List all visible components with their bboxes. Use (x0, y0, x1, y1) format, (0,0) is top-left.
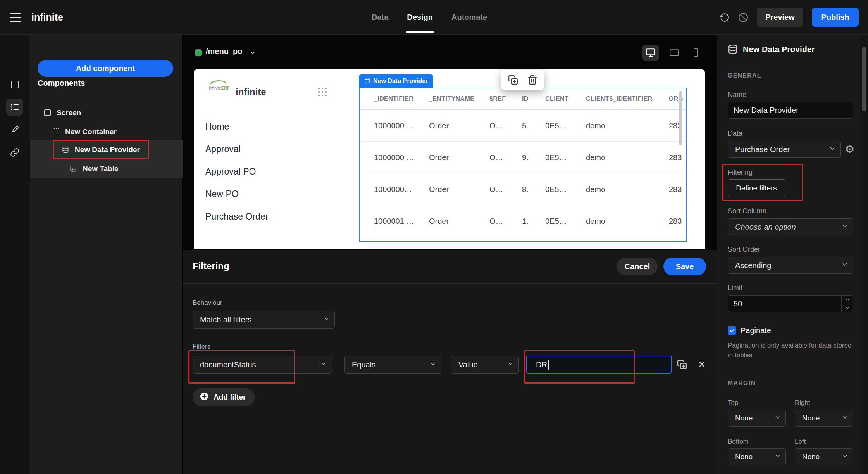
chevron-down-icon (841, 261, 848, 270)
margin-top-select[interactable]: None (728, 410, 786, 427)
chevron-down-icon[interactable] (249, 49, 256, 58)
undo-icon[interactable] (720, 12, 730, 22)
margin-left-select[interactable]: None (795, 448, 853, 465)
tree-item-new-container[interactable]: New Container (30, 122, 183, 141)
active-tab-underline (406, 31, 434, 33)
topbar-actions: Preview Publish (720, 0, 859, 35)
margin-right-select[interactable]: None (795, 410, 853, 427)
behaviour-label: Behaviour (193, 299, 222, 307)
app-menu-approval-po[interactable]: Approval PO (205, 166, 256, 177)
behaviour-select[interactable]: Match all filters (193, 311, 335, 329)
device-tablet-icon[interactable] (666, 45, 683, 61)
limit-label: Limit (728, 284, 742, 292)
chevron-down-icon (841, 223, 848, 232)
margin-left-label: Left (795, 438, 806, 446)
table-row: 1000001 … Order O… 1. 0E5… demo 283 (360, 205, 686, 237)
inspector-title: New Data Provider (743, 45, 815, 54)
filtering-panel: Filtering Cancel Save Behaviour Match al… (183, 249, 717, 474)
filter-operator-select[interactable]: Equals (344, 356, 441, 374)
limit-spinner (841, 296, 853, 312)
app-menu-home[interactable]: Home (205, 121, 229, 132)
device-desktop-icon[interactable] (642, 45, 659, 61)
paginate-checkbox[interactable] (728, 326, 736, 335)
filter-field-select[interactable]: documentStatus (193, 356, 332, 374)
sidebar-title: Components (38, 79, 85, 88)
drag-handle-icon[interactable] (317, 86, 328, 99)
filter-value-input[interactable]: DR (526, 356, 672, 374)
remove-filter-icon[interactable]: ✕ (697, 360, 707, 370)
trash-icon[interactable] (527, 75, 537, 85)
hamburger-menu-icon[interactable] (10, 13, 21, 22)
chevron-down-icon (775, 414, 781, 422)
preview-button[interactable]: Preview (757, 8, 803, 27)
tab-design[interactable]: Design (407, 0, 433, 35)
save-button[interactable]: Save (663, 258, 706, 275)
tree-item-screen[interactable]: Screen (30, 103, 183, 122)
add-filter-button[interactable]: Add filter (193, 388, 255, 406)
theme-brush-icon[interactable] (6, 121, 23, 138)
tree-item-new-table[interactable]: New Table (30, 159, 183, 178)
chevron-down-icon (507, 360, 514, 369)
filtering-label: Filtering (728, 168, 753, 176)
chevron-down-icon (320, 360, 327, 369)
spinner-up-icon[interactable] (842, 296, 853, 304)
app-logo: infiniteERP (207, 78, 229, 95)
app-title: infinite (31, 0, 63, 35)
data-source-select[interactable]: Purchase Order (728, 141, 841, 158)
app-menu-approval[interactable]: Approval (205, 143, 241, 155)
database-icon (62, 146, 69, 153)
frame-tool-icon[interactable] (6, 76, 23, 93)
margin-section-label: MARGIN (728, 380, 756, 387)
tree-item-new-data-provider[interactable]: New Data Provider (30, 140, 183, 159)
filters-label: Filters (193, 343, 210, 351)
link-icon[interactable] (6, 144, 23, 161)
duplicate-icon[interactable] (508, 75, 518, 85)
general-section-label: GENERAL (728, 72, 761, 79)
paginate-help-text: Pagination is only available for data st… (728, 341, 856, 360)
app-menu-purchase-order[interactable]: Purchase Order (205, 211, 268, 222)
page-status-dot (195, 49, 202, 56)
chevron-down-icon (323, 315, 330, 324)
gear-icon[interactable]: ⚙ (845, 143, 854, 156)
chevron-down-icon (429, 360, 436, 369)
tab-automate[interactable]: Automate (451, 0, 487, 35)
page-scrollbar-thumb[interactable] (862, 47, 866, 111)
sort-order-label: Sort Order (728, 246, 760, 254)
margin-bottom-select[interactable]: None (728, 448, 786, 465)
define-filters-button[interactable]: Define filters (728, 179, 785, 197)
components-sidebar: Components Add component Screen New Cont… (30, 35, 183, 474)
chevron-down-icon (842, 453, 848, 461)
layers-panel-icon[interactable] (6, 99, 23, 116)
topbar: infinite Data Design Automate Preview Pu… (0, 0, 868, 35)
cancel-button[interactable]: Cancel (617, 258, 658, 275)
table-row: 1000000 … Order O… 5. 0E5… demo 283 (360, 110, 686, 142)
sort-order-select[interactable]: Ascending (728, 257, 853, 274)
app-menu-new-po[interactable]: New PO (205, 188, 239, 200)
table-row: 1000000… Order O… 8. 0E5… demo 283 (360, 173, 686, 205)
page-selector[interactable]: /menu_po (206, 47, 242, 56)
table-scrollbar-thumb[interactable] (679, 91, 682, 145)
spinner-down-icon[interactable] (842, 304, 853, 312)
data-label: Data (728, 130, 742, 138)
name-input[interactable] (728, 102, 853, 119)
table-component[interactable]: _IDENTIFIER _ENTITYNAME $REF ID CLIENT C… (359, 88, 687, 242)
disabled-slash-icon[interactable] (738, 12, 748, 22)
table-icon (70, 165, 77, 172)
sort-column-select[interactable]: Choose an option (728, 218, 853, 235)
margin-bottom-label: Bottom (728, 438, 749, 446)
sort-column-label: Sort Column (728, 207, 766, 215)
name-label: Name (728, 91, 746, 99)
limit-input[interactable]: 50 (728, 295, 853, 312)
duplicate-filter-icon[interactable] (677, 360, 687, 370)
page-scrollbar (860, 35, 868, 474)
table-header-row: _IDENTIFIER _ENTITYNAME $REF ID CLIENT C… (360, 88, 686, 110)
tab-data[interactable]: Data (372, 0, 388, 35)
filter-value-type-select[interactable]: Value (451, 356, 519, 374)
margin-top-label: Top (728, 399, 738, 407)
add-component-button[interactable]: Add component (38, 60, 173, 77)
database-icon (364, 78, 370, 85)
publish-button[interactable]: Publish (812, 8, 859, 27)
svg-text:infiniteERP: infiniteERP (209, 86, 229, 90)
table-row: 1000000 … Order O… 9. 0E5… demo 283 (360, 142, 686, 173)
device-phone-icon[interactable] (687, 45, 704, 61)
